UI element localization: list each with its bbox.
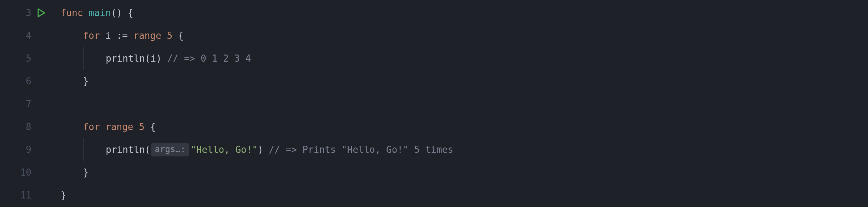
run-icon[interactable]	[36, 8, 46, 18]
gutter-row: 9	[0, 138, 36, 161]
inlay-hint: args…:	[151, 143, 189, 156]
line-number: 9	[16, 144, 31, 155]
gutter-row: 7	[0, 93, 36, 115]
token-keyword: for	[83, 30, 106, 41]
token-text: (	[145, 144, 151, 155]
code-line[interactable]: func main() {	[61, 1, 868, 24]
code-area[interactable]: func main() { for i := range 5 { println…	[36, 0, 868, 207]
token-text: {	[150, 121, 156, 132]
token-ident: i	[150, 53, 156, 64]
code-line[interactable]: }	[61, 70, 868, 93]
indent-guide	[61, 138, 83, 161]
indent-guide	[83, 47, 106, 70]
line-number: 4	[16, 30, 31, 41]
token-func: main	[89, 7, 111, 18]
token-text: )	[156, 53, 167, 64]
line-number: 10	[16, 167, 31, 178]
token-text: {	[178, 30, 184, 41]
indent-guide	[61, 115, 83, 138]
token-op: :=	[117, 30, 133, 41]
code-line[interactable]: }	[61, 184, 868, 207]
token-text: () {	[111, 7, 133, 18]
indent-guide	[61, 70, 83, 93]
indent-guide	[61, 24, 83, 47]
indent-guide	[61, 47, 83, 70]
token-string: "Hello, Go!"	[191, 144, 258, 155]
line-number: 7	[16, 99, 31, 109]
indent-guide	[83, 138, 106, 161]
code-line[interactable]: for range 5 {	[61, 115, 868, 138]
token-keyword: func	[61, 7, 89, 18]
token-ident: println	[106, 144, 145, 155]
token-keyword: range	[105, 121, 139, 132]
code-editor[interactable]: 34567891011 func main() { for i := range…	[0, 0, 868, 207]
gutter: 34567891011	[0, 0, 36, 207]
line-number: 3	[16, 7, 31, 18]
code-line[interactable]	[61, 93, 868, 115]
gutter-row: 10	[0, 161, 36, 184]
code-line[interactable]: println(args…:"Hello, Go!") // => Prints…	[61, 138, 868, 161]
code-line[interactable]: }	[61, 161, 868, 184]
token-number: 5	[167, 30, 178, 41]
code-line[interactable]: println(i) // => 0 1 2 3 4	[61, 47, 868, 70]
token-text: }	[83, 167, 89, 178]
token-comment: // => 0 1 2 3 4	[167, 53, 251, 64]
indent-guide	[61, 161, 83, 184]
token-text: )	[258, 144, 269, 155]
gutter-row: 11	[0, 184, 36, 207]
token-text: }	[83, 76, 89, 87]
gutter-row: 6	[0, 70, 36, 93]
token-keyword: range	[133, 30, 167, 41]
gutter-row: 8	[0, 115, 36, 138]
gutter-row: 3	[0, 1, 36, 24]
gutter-row: 5	[0, 47, 36, 70]
line-number: 8	[16, 121, 31, 132]
line-number: 5	[16, 53, 31, 64]
token-number: 5	[139, 121, 150, 132]
token-comment: // => Prints "Hello, Go!" 5 times	[269, 144, 453, 155]
line-number: 6	[16, 76, 31, 87]
token-keyword: for	[83, 121, 106, 132]
token-ident: println	[106, 53, 145, 64]
token-text: }	[61, 190, 66, 201]
line-number: 11	[16, 190, 31, 201]
gutter-row: 4	[0, 24, 36, 47]
code-line[interactable]: for i := range 5 {	[61, 24, 868, 47]
token-ident: i	[105, 30, 116, 41]
token-text: (	[145, 53, 151, 64]
